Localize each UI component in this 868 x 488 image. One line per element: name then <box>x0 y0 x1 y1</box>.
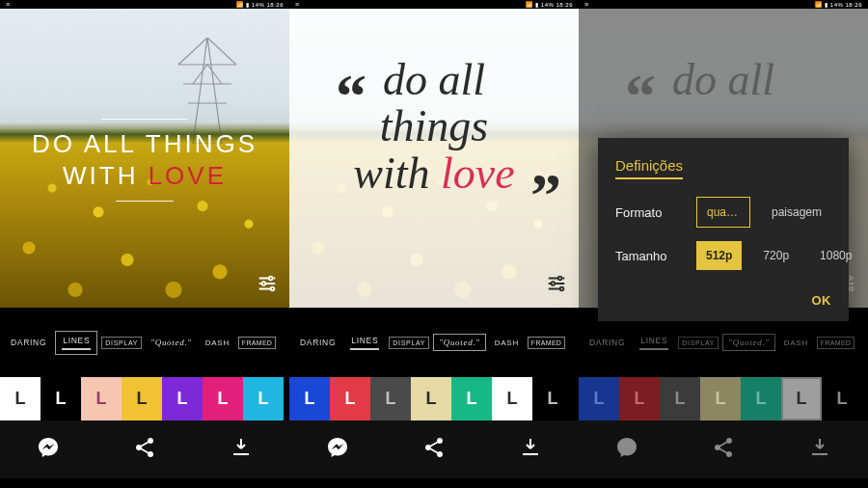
share-bar <box>0 420 289 478</box>
style-chip-quoted[interactable]: "Quoted." <box>146 335 197 350</box>
tune-icon[interactable] <box>257 273 278 298</box>
screen-quoted: ≡ 📶 ▮ 14% 18:26 “ do all things with lov… <box>289 0 579 488</box>
status-bar: ≡ 📶 ▮ 14% 18:26 <box>579 0 868 9</box>
color-swatch[interactable]: L <box>411 377 451 420</box>
format-option-square[interactable]: quadr... <box>696 197 750 228</box>
download-button[interactable] <box>230 436 253 463</box>
style-chip-lines[interactable]: LINES <box>55 331 97 355</box>
color-swatch[interactable]: L <box>370 377 411 420</box>
svg-point-2 <box>271 287 275 291</box>
tune-icon[interactable] <box>546 273 567 298</box>
style-chip-quoted[interactable]: "Quoted." <box>433 334 486 351</box>
dialog-row-format: Formato quadr... paisagem <box>615 197 831 228</box>
color-swatch: L <box>700 377 741 420</box>
svg-point-5 <box>560 287 564 291</box>
color-swatch: L <box>822 377 862 420</box>
settings-dialog: Definições Formato quadr... paisagem Tam… <box>598 138 849 321</box>
menu-icon[interactable]: ≡ <box>6 1 10 8</box>
messenger-button <box>615 436 638 463</box>
style-chip-quoted[interactable]: "Quoted." <box>722 334 775 351</box>
svg-point-3 <box>558 277 562 281</box>
size-option-720p[interactable]: 720p <box>753 241 799 270</box>
screen-lines: ≡ 📶 ▮ 14% 18:26 DO ALL THINGS WITH LOVE <box>0 0 289 488</box>
style-chip-daring[interactable]: DARING <box>6 335 51 350</box>
style-strip[interactable]: DARINGLINESDISPLAY"Quoted."DASHFRAMED <box>289 308 579 377</box>
style-chip-daring[interactable]: DARING <box>295 335 340 350</box>
size-option-1080p[interactable]: 1080p <box>810 241 861 270</box>
style-chip-lines[interactable]: LINES <box>344 332 385 354</box>
style-chip-dash[interactable]: DASH <box>490 336 524 350</box>
color-strip: LLLLLLL <box>579 377 868 420</box>
style-chip-framed[interactable]: FRAMED <box>528 337 565 349</box>
preview-canvas: DO ALL THINGS WITH LOVE <box>0 9 289 308</box>
share-button[interactable] <box>422 436 446 463</box>
color-swatch: L <box>781 377 822 420</box>
color-swatch[interactable]: L <box>243 377 284 420</box>
style-chip-framed[interactable]: FRAMED <box>238 337 276 349</box>
dialog-ok-button[interactable]: OK <box>615 293 831 308</box>
color-swatch[interactable]: L <box>81 377 122 420</box>
color-swatch[interactable]: L <box>492 377 532 420</box>
svg-point-8 <box>850 287 854 291</box>
share-bar <box>579 420 868 478</box>
share-bar <box>289 420 579 478</box>
style-strip[interactable]: DARINGLINESDISPLAY"Quoted."DASHFRAMED <box>0 308 289 377</box>
color-strip[interactable]: LLLLLLL <box>289 377 579 420</box>
color-swatch[interactable]: L <box>289 377 330 420</box>
color-swatch: L <box>741 377 781 420</box>
color-swatch[interactable]: L <box>330 377 370 420</box>
svg-point-4 <box>552 282 556 285</box>
status-bar: ≡ 📶 ▮ 14% 18:26 <box>289 0 579 9</box>
dialog-title: Definições <box>615 157 831 174</box>
share-button <box>712 436 735 463</box>
svg-point-1 <box>262 282 266 285</box>
screen-settings-dialog: ≡ 📶 ▮ 14% 18:26 “ do all DARINGLINESDISP… <box>579 0 868 488</box>
style-chip-framed[interactable]: FRAMED <box>817 337 854 349</box>
svg-point-0 <box>269 277 273 281</box>
menu-icon[interactable]: ≡ <box>295 1 299 8</box>
status-bar: ≡ 📶 ▮ 14% 18:26 <box>0 0 289 9</box>
color-swatch[interactable]: L <box>532 377 573 420</box>
color-swatch[interactable]: L <box>162 377 203 420</box>
download-button <box>808 436 831 463</box>
size-option-512p[interactable]: 512p <box>696 241 742 270</box>
menu-icon[interactable]: ≡ <box>584 1 588 8</box>
caption-quoted: “ do all things with love ” <box>289 57 579 197</box>
preview-canvas: “ do all things with love ” <box>289 9 579 308</box>
format-option-landscape[interactable]: paisagem <box>762 198 831 227</box>
status-icons: 📶 ▮ 14% 18:26 <box>526 1 573 8</box>
caption-lines: DO ALL THINGS WITH LOVE <box>0 119 289 202</box>
download-button[interactable] <box>519 436 542 463</box>
share-button[interactable] <box>133 436 156 463</box>
color-strip[interactable]: LLLLLLL <box>0 377 289 420</box>
format-label: Formato <box>615 205 685 220</box>
size-label: Tamanho <box>615 249 685 263</box>
color-swatch: L <box>660 377 700 420</box>
color-swatch[interactable]: L <box>41 377 81 420</box>
status-icons: 📶 ▮ 14% 18:26 <box>236 1 284 8</box>
color-swatch[interactable]: L <box>451 377 492 420</box>
style-chip-dash[interactable]: DASH <box>779 336 813 350</box>
color-swatch[interactable]: L <box>203 377 243 420</box>
style-chip-daring[interactable]: DARING <box>584 335 630 350</box>
color-swatch: L <box>579 377 619 420</box>
style-chip-display[interactable]: DISPLAY <box>678 337 719 349</box>
caption-quoted: “ do all <box>579 57 868 103</box>
style-chip-display[interactable]: DISPLAY <box>101 337 142 349</box>
color-swatch: L <box>619 377 660 420</box>
status-icons: 📶 ▮ 14% 18:26 <box>815 1 862 8</box>
color-swatch[interactable]: L <box>122 377 162 420</box>
style-chip-lines[interactable]: LINES <box>634 332 674 354</box>
style-chip-dash[interactable]: DASH <box>201 336 234 350</box>
dialog-row-size: Tamanho 512p 720p 1080p <box>615 241 831 270</box>
messenger-button[interactable] <box>326 436 349 463</box>
style-chip-display[interactable]: DISPLAY <box>389 337 429 349</box>
messenger-button[interactable] <box>37 436 60 463</box>
color-swatch[interactable]: L <box>0 377 41 420</box>
